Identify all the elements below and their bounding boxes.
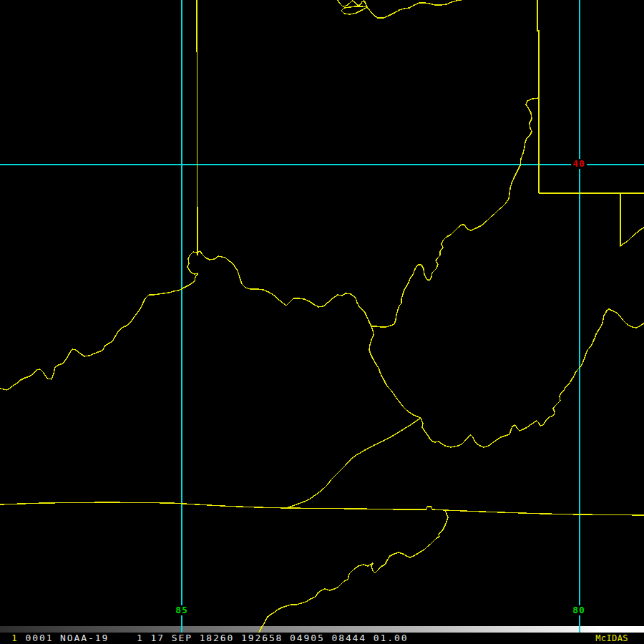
status-bar: 1 0001 NOAA-19 1 17 SEP 18260 192658 049… (0, 633, 644, 644)
boundary-ohio-river-upper (371, 98, 539, 327)
image-info-text: 0001 NOAA-19 1 17 SEP 18260 192658 04905… (19, 633, 409, 643)
image-status-text: 1 0001 NOAA-19 1 17 SEP 18260 192658 049… (11, 633, 408, 644)
boundary-maryland-west-border-potomac (620, 193, 644, 246)
boundary-kentucky-virginia-border (286, 418, 421, 508)
boundary-lake-erie-shore-east (367, 0, 462, 18)
boundary-virginia-westvirginia-border (421, 309, 644, 447)
map-grid-overlay (0, 0, 644, 644)
boundary-lake-erie-shore-west (338, 0, 367, 7)
boundary-kentucky-tennessee-virginia-northcarolina-border (0, 502, 644, 515)
boundary-tennessee-northcarolina-border (258, 510, 448, 635)
boundary-ohio-river-lower (0, 251, 371, 390)
mcidas-brand: McIDAS (595, 633, 628, 644)
boundary-sandusky-bay (341, 6, 367, 14)
boundary-big-sandy-river (369, 326, 421, 418)
boundary-indiana-ohio-border (197, 0, 197, 255)
frame-number: 1 (11, 633, 19, 643)
mcidas-image-window[interactable]: 408580 1 0001 NOAA-19 1 17 SEP 18260 192… (0, 0, 644, 644)
